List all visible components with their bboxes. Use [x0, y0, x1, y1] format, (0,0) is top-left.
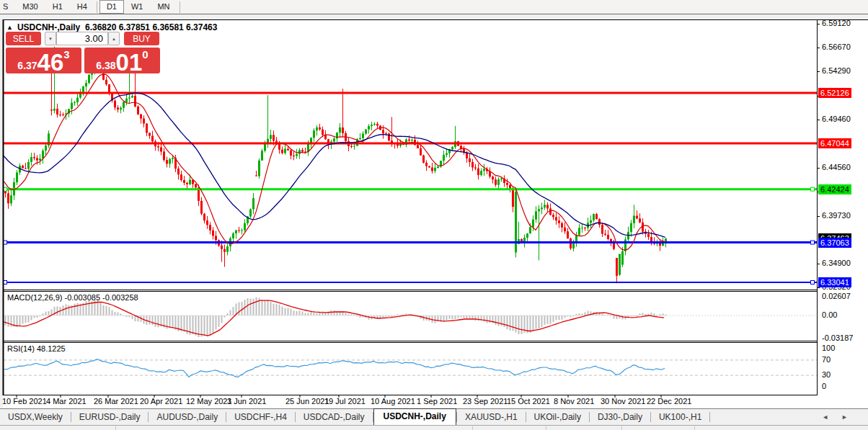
timeframe-button-s[interactable]: S [0, 0, 15, 14]
tab-separator [709, 412, 710, 422]
date-label: 12 May 2021 [186, 397, 232, 406]
status-bar [0, 425, 868, 430]
chart-tab-bar: USDX,WeeklyEURUSD-,DailyAUDUSD-,DailyUSD… [0, 408, 868, 425]
chart-tab-usdchf-h4[interactable]: USDCHF-,H4 [226, 410, 295, 425]
triangle-down-icon: ▼ [48, 37, 53, 41]
line-handle [811, 280, 815, 284]
date-label: 15 Oct 2021 [507, 397, 550, 406]
status-divider [546, 426, 546, 430]
date-label: 19 Jul 2021 [324, 397, 366, 406]
chart-symbol-label: USDCNH-,Daily [17, 22, 80, 32]
date-label: 22 Dec 2021 [647, 397, 691, 406]
price-tick-label: 6.44560 [822, 163, 851, 171]
price-chart-canvas [0, 19, 868, 408]
buy-price-pips: 01 [116, 50, 143, 73]
chart-window: ▲USDCNH-,Daily 6.36820 6.37851 6.36581 6… [0, 19, 868, 408]
price-tick-mark [817, 264, 820, 264]
date-axis: 10 Feb 20214 Mar 202126 Mar 202120 Apr 2… [0, 396, 868, 408]
chart-title: ▲USDCNH-,Daily 6.36820 6.37851 6.36581 6… [6, 22, 217, 32]
price-tick-mark [817, 168, 820, 169]
tab-scroll-left-icon[interactable]: ◄ [822, 413, 841, 421]
rsi-indicator-label: RSI(14) 48.1225 [7, 344, 66, 353]
date-label: 4 Mar 2021 [46, 397, 87, 406]
rsi-axis-label: 0 [822, 382, 826, 390]
volume-input[interactable] [56, 32, 108, 45]
buy-price-box[interactable]: 6.38010 [84, 48, 160, 73]
macd-axis-label: 0.00 [822, 310, 837, 319]
sell-price-box[interactable]: 6.37463 [6, 48, 81, 73]
sell-button[interactable]: SELL [6, 32, 41, 45]
date-label: 26 Mar 2021 [94, 397, 138, 406]
chart-tab-usdcad-daily[interactable]: USDCAD-,Daily [296, 410, 373, 425]
timeframe-button-h1[interactable]: H1 [45, 0, 70, 14]
chart-tab-audusd-daily[interactable]: AUDUSD-,Daily [149, 410, 226, 425]
date-label: 3 Jun 2021 [227, 397, 266, 406]
status-divider [621, 426, 622, 430]
collapse-panel-icon[interactable]: ▲ [6, 24, 13, 31]
volume-increase-button[interactable]: ▲ [108, 32, 120, 45]
price-tick-label: 6.56670 [822, 42, 851, 51]
timeframe-button-h4[interactable]: H4 [70, 0, 94, 14]
buy-price-point: 0 [142, 48, 148, 61]
chart-tab-xauusd-h1[interactable]: XAUUSD-,H1 [457, 410, 526, 425]
price-tick-mark [817, 120, 820, 120]
line-price-label-6.47044: 6.47044 [818, 138, 851, 148]
one-click-trading-panel: SELL ▼ ▲ BUY 6.37463 6.38010 [6, 32, 161, 73]
price-tick-mark [817, 48, 820, 48]
buy-button[interactable]: BUY [124, 32, 159, 45]
timeframe-toolbar: SM30H1H4D1W1MN [0, 0, 868, 14]
chart-tab-ukoil-daily[interactable]: UKOil-,Daily [526, 410, 589, 425]
date-label: 10 Aug 2021 [371, 397, 415, 406]
timeframe-button-w1[interactable]: W1 [124, 0, 151, 14]
price-tick-label: 6.59120 [822, 19, 851, 27]
status-divider [115, 426, 116, 430]
price-tick-mark [817, 24, 820, 24]
line-handle [811, 187, 815, 191]
chart-tab-dj30-daily[interactable]: DJ30-,Daily [590, 410, 650, 425]
date-label: 30 Nov 2021 [601, 397, 645, 406]
chart-tab-usdcnh-daily[interactable]: USDCNH-,Daily [373, 408, 456, 425]
rsi-axis-label: 100 [822, 344, 835, 352]
date-label: 10 Feb 2021 [2, 397, 47, 406]
sell-price-major: 6.37 [17, 60, 37, 71]
status-divider [694, 426, 695, 430]
date-label: 8 Nov 2021 [554, 397, 594, 406]
price-tick-mark [817, 287, 820, 288]
chart-ohlc-values: 6.36820 6.37851 6.36581 6.37463 [85, 22, 218, 32]
triangle-up-icon: ▲ [112, 37, 116, 41]
volume-decrease-button[interactable]: ▼ [45, 32, 56, 45]
price-tick-label: 6.54290 [822, 66, 851, 75]
chart-tab-usdx-weekly[interactable]: USDX,Weekly [0, 410, 71, 425]
price-tick-label: 6.39730 [822, 211, 851, 220]
date-label: 20 Apr 2021 [140, 397, 182, 406]
price-axis: 6.591206.566706.542906.518406.494606.445… [817, 19, 868, 408]
line-price-label-6.42424: 6.42424 [818, 184, 851, 194]
line-price-label-6.33041: 6.33041 [818, 277, 851, 287]
toolbar-separator [180, 1, 180, 13]
timeframe-button-d1[interactable]: D1 [99, 0, 124, 14]
price-tick-mark [817, 216, 820, 217]
chart-tab-uk100-h1[interactable]: UK100-,H1 [651, 410, 709, 425]
trading-platform-window: SM30H1H4D1W1MN ▲USDCNH-,Daily 6.36820 6.… [0, 0, 868, 430]
date-label: 25 Jun 2021 [285, 397, 329, 406]
price-tick-mark [817, 71, 820, 72]
chart-tab-eurusd-daily[interactable]: EURUSD-,Daily [71, 410, 149, 425]
date-label: 23 Sep 2021 [463, 397, 508, 406]
buy-price-major: 6.38 [96, 60, 115, 71]
sell-price-point: 3 [63, 48, 69, 61]
tab-scroll-right-icon[interactable]: ► [841, 413, 861, 421]
chart-background [3, 19, 868, 408]
timeframe-button-mn[interactable]: MN [150, 0, 177, 14]
sell-price-pips: 46 [37, 50, 64, 73]
macd-axis-label: -0.03187 [822, 333, 853, 342]
rsi-axis-label: 70 [822, 355, 831, 364]
date-label: 1 Sep 2021 [417, 397, 457, 406]
timeframe-button-m30[interactable]: M30 [15, 0, 45, 14]
price-tick-label: 6.34900 [822, 259, 851, 267]
line-price-label-6.52126: 6.52126 [818, 88, 851, 98]
line-price-label-6.37063: 6.37063 [818, 238, 851, 248]
price-tick-label: 6.49460 [822, 115, 851, 123]
macd-indicator-label: MACD(12,26,9) -0.003085 -0.003258 [7, 293, 138, 302]
toolbar-separator [97, 1, 97, 13]
line-handle [811, 241, 815, 244]
